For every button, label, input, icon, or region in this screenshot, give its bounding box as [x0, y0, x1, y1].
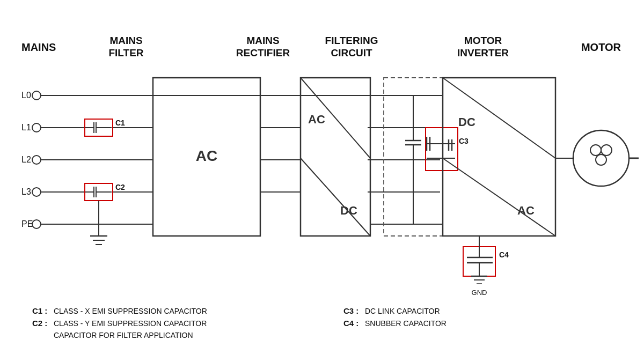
- svg-point-11: [32, 91, 41, 100]
- mains-filter-label2: FILTER: [108, 47, 143, 58]
- svg-point-66: [590, 145, 601, 156]
- mains-rectifier-label: MAINS: [246, 35, 279, 46]
- c4-label: C4: [499, 250, 509, 259]
- mains-rectifier-label2: RECTIFIER: [236, 47, 290, 58]
- l1-label: L1: [21, 123, 31, 132]
- svg-point-15: [32, 220, 41, 228]
- pe-label: PE: [21, 219, 33, 228]
- legend-c1-key: C1 :: [32, 306, 47, 315]
- motor-inverter-box: [443, 78, 555, 236]
- legend-c3-key: C3 :: [343, 306, 358, 315]
- inverter-ac: AC: [517, 204, 535, 217]
- legend-c4-key: C4 :: [343, 319, 358, 328]
- filtering-circuit-label: FILTERING: [325, 35, 378, 46]
- diagram-container: MAINS MAINS FILTER MAINS RECTIFIER FILTE…: [0, 0, 644, 362]
- svg-line-54: [443, 158, 555, 236]
- svg-point-13: [32, 156, 41, 164]
- motor-inverter-label2: INVERTER: [457, 47, 509, 58]
- c3-label: C3: [459, 137, 469, 145]
- legend-c1-value: CLASS - X EMI SUPPRESSION CAPACITOR: [54, 307, 207, 315]
- c1-label: C1: [115, 119, 125, 127]
- l3-label: L3: [21, 187, 31, 196]
- motor-symbol: [573, 130, 629, 186]
- motor-label: MOTOR: [581, 41, 621, 53]
- svg-point-12: [32, 123, 41, 132]
- filtering-circuit-label2: CIRCUIT: [331, 47, 372, 58]
- legend-c2-key: C2 :: [32, 319, 47, 328]
- motor-inverter-label: MOTOR: [464, 35, 502, 46]
- legend-c2-value: CLASS - Y EMI SUPPRESSION CAPACITOR: [54, 319, 207, 328]
- gnd-label: GND: [472, 289, 487, 297]
- mains-label: MAINS: [21, 41, 56, 53]
- rectifier-ac: AC: [308, 113, 325, 126]
- legend-c3-value: DC LINK CAPACITOR: [365, 307, 440, 315]
- l0-label: L0: [21, 91, 31, 100]
- svg-point-14: [32, 188, 41, 196]
- inverter-dc: DC: [458, 115, 475, 129]
- l2-label: L2: [21, 155, 31, 164]
- rectifier-dc: DC: [340, 204, 357, 217]
- c2-label: C2: [115, 183, 125, 191]
- legend-c4-value: SNUBBER CAPACITOR: [365, 319, 447, 328]
- svg-line-36: [301, 158, 370, 236]
- svg-point-67: [601, 145, 612, 156]
- mains-filter-ac: AC: [196, 147, 217, 164]
- svg-point-68: [596, 154, 606, 165]
- mains-rectifier-box: [301, 78, 370, 236]
- legend-cap-filter: CAPACITOR FOR FILTER APPLICATION: [54, 331, 193, 339]
- mains-filter-label: MAINS: [109, 35, 142, 46]
